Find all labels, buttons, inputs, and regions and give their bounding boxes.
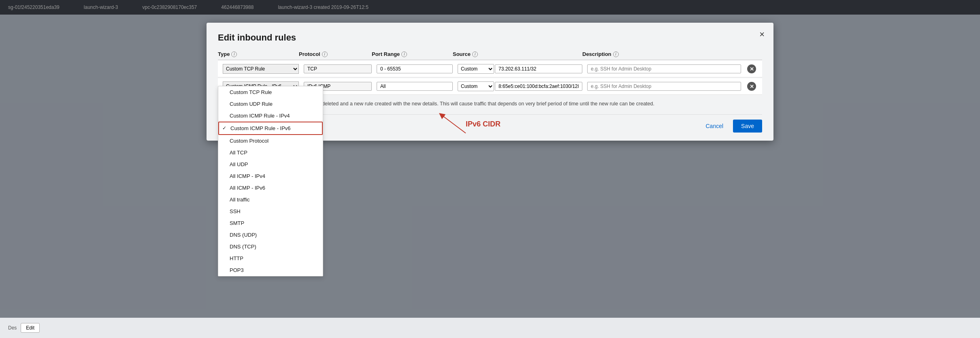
row2-source-cell: Custom Anywhere My IP (455, 81, 585, 92)
row1-type-select[interactable]: Custom TCP Rule Custom UDP Rule Custom I… (223, 64, 299, 74)
row1-type-cell: Custom TCP Rule Custom UDP Rule Custom I… (220, 63, 301, 75)
bottom-bar: Des Edit (0, 318, 980, 338)
row2-source-type-select[interactable]: Custom Anywhere My IP (458, 81, 494, 91)
dropdown-item-custom-udp[interactable]: Custom UDP Rule (218, 98, 323, 110)
dropdown-item-all-tcp[interactable]: All TCP (218, 147, 323, 158)
modal-overlay: Edit inbound rules × Type i Protocol i P… (0, 0, 980, 338)
dropdown-item-custom-icmp-ipv6[interactable]: Custom ICMP Rule - IPv6 (218, 122, 323, 135)
dropdown-item-all-icmp-ipv6[interactable]: All ICMP - IPv6 (218, 182, 323, 194)
row2-port-range-cell (374, 81, 455, 92)
table-header: Type i Protocol i Port Range i Source i … (218, 51, 762, 60)
edit-inbound-rules-modal: Edit inbound rules × Type i Protocol i P… (207, 23, 773, 141)
source-info-icon[interactable]: i (472, 51, 478, 57)
dropdown-item-custom-protocol[interactable]: Custom Protocol (218, 135, 323, 147)
save-button[interactable]: Save (733, 120, 762, 133)
row1-protocol-cell (301, 64, 374, 74)
row1-delete-button[interactable]: ✕ (747, 64, 756, 73)
dropdown-item-custom-tcp[interactable]: Custom TCP Rule (218, 86, 323, 98)
description-info-icon[interactable]: i (613, 51, 619, 57)
dropdown-item-dns-udp[interactable]: DNS (UDP) (218, 229, 323, 241)
dropdown-item-all-udp[interactable]: All UDP (218, 158, 323, 170)
type-dropdown-menu[interactable]: Custom TCP Rule Custom UDP Rule Custom I… (218, 86, 323, 276)
dropdown-item-dns-tcp[interactable]: DNS (TCP) (218, 241, 323, 252)
row2-delete-cell: ✕ (744, 81, 760, 92)
modal-title: Edit inbound rules (218, 32, 762, 43)
dropdown-item-all-traffic[interactable]: All traffic (218, 194, 323, 205)
cancel-button[interactable]: Cancel (701, 120, 728, 133)
row1-delete-cell: ✕ (744, 64, 760, 74)
row1-source-value-input[interactable] (495, 64, 582, 73)
dropdown-item-custom-icmp-ipv4[interactable]: Custom ICMP Rule - IPv4 (218, 110, 323, 122)
port-range-info-icon[interactable]: i (401, 51, 407, 57)
type-info-icon[interactable]: i (231, 51, 237, 57)
close-button[interactable]: × (759, 30, 765, 39)
row2-port-range-input[interactable] (377, 82, 453, 91)
row1-source-type-select[interactable]: Custom Anywhere My IP (458, 64, 494, 74)
dropdown-item-smtp[interactable]: SMTP (218, 217, 323, 229)
row1-protocol-input (304, 64, 372, 73)
row2-description-input[interactable] (587, 82, 741, 91)
description-column-header: Description i (582, 51, 746, 57)
row2-description-cell (585, 81, 744, 92)
dropdown-item-ssh[interactable]: SSH (218, 205, 323, 217)
dropdown-item-pop3[interactable]: POP3 (218, 264, 323, 276)
row1-description-cell (585, 64, 744, 74)
source-column-header: Source i (453, 51, 582, 57)
row2-delete-button[interactable]: ✕ (747, 82, 756, 91)
table-row: Custom TCP Rule Custom UDP Rule Custom I… (218, 61, 762, 77)
row1-description-input[interactable] (587, 64, 741, 73)
row1-port-range-input[interactable] (377, 64, 453, 73)
bottom-label: Des (8, 325, 17, 331)
dropdown-item-all-icmp-ipv4[interactable]: All ICMP - IPv4 (218, 170, 323, 182)
port-range-column-header: Port Range i (372, 51, 453, 57)
dropdown-item-http[interactable]: HTTP (218, 252, 323, 264)
protocol-column-header: Protocol i (299, 51, 372, 57)
protocol-info-icon[interactable]: i (322, 51, 328, 57)
row1-source-cell: Custom Anywhere My IP (455, 63, 585, 75)
row2-source-value-input[interactable] (495, 82, 582, 91)
bottom-edit-button[interactable]: Edit (21, 323, 40, 333)
row1-port-range-cell (374, 64, 455, 74)
type-column-header: Type i (218, 51, 299, 57)
